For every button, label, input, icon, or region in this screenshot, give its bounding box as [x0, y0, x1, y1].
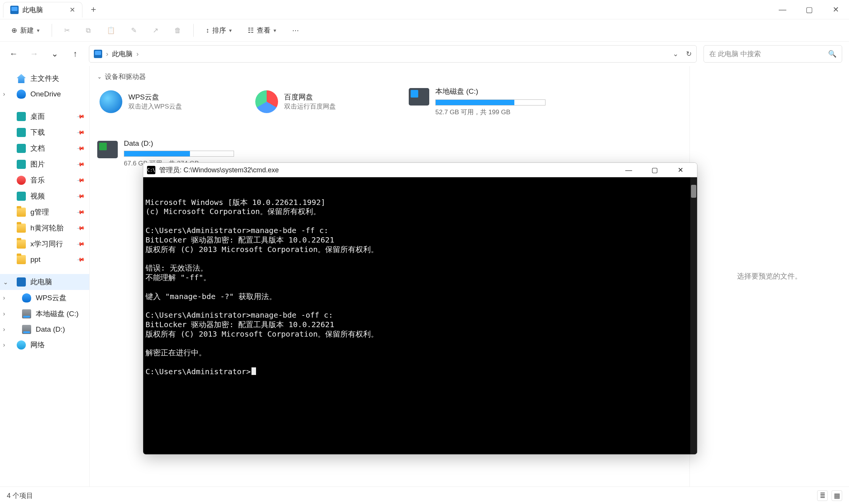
pin-icon: 📌: [76, 224, 85, 232]
pin-icon: 📌: [76, 192, 85, 200]
expand-icon[interactable]: ›: [3, 91, 11, 98]
sidebar-item-videos[interactable]: 视频📌: [0, 188, 89, 204]
section-devices[interactable]: ⌄ 设备和驱动器: [97, 69, 682, 87]
paste-button[interactable]: 📋: [103, 23, 119, 38]
up-button[interactable]: ↑: [68, 47, 82, 61]
pc-icon: [10, 6, 19, 14]
cmd-icon: C:\: [147, 166, 155, 174]
new-tab-button[interactable]: +: [88, 4, 99, 15]
tile-subtitle: 双击运行百度网盘: [284, 102, 336, 111]
sidebar-item-onedrive[interactable]: ›OneDrive: [0, 87, 89, 102]
pin-icon: 📌: [76, 144, 85, 153]
forward-button[interactable]: →: [27, 47, 41, 61]
sidebar-item-desktop[interactable]: 桌面📌: [0, 109, 89, 124]
cmd-body[interactable]: Microsoft Windows [版本 10.0.22621.1992] (…: [143, 177, 697, 454]
cmd-minimize-button[interactable]: —: [616, 163, 642, 177]
cmd-scrollbar[interactable]: [690, 177, 697, 454]
sidebar-item-downloads[interactable]: 下载📌: [0, 124, 89, 140]
home-icon: [17, 74, 26, 83]
chevron-down-icon: ▾: [229, 27, 232, 33]
expand-icon[interactable]: ›: [3, 326, 11, 333]
rename-button[interactable]: ✎: [127, 23, 141, 38]
cmd-titlebar[interactable]: C:\ 管理员: C:\Windows\system32\cmd.exe — ▢…: [143, 163, 697, 177]
cut-button[interactable]: ✂: [60, 23, 74, 38]
sidebar-item-network[interactable]: ›网络: [0, 337, 89, 353]
view-toggles: ≣ ▦: [817, 490, 842, 501]
drive-label: Data (D:): [124, 139, 234, 148]
sidebar-label: 此电脑: [30, 277, 52, 287]
close-button[interactable]: ✕: [822, 0, 849, 19]
more-button[interactable]: ⋯: [288, 23, 303, 38]
sort-button[interactable]: ↕ 排序 ▾: [202, 23, 236, 38]
sidebar-item-cdrive[interactable]: ›本地磁盘 (C:): [0, 306, 89, 322]
status-count: 4 个项目: [7, 491, 33, 500]
usage-bar-fill: [124, 151, 190, 156]
copy-button[interactable]: ⧉: [82, 24, 95, 38]
sidebar-item-x[interactable]: x学习同行📌: [0, 236, 89, 252]
expand-icon[interactable]: ›: [3, 310, 11, 317]
tile-title: WPS云盘: [128, 92, 182, 102]
refresh-button[interactable]: ↻: [686, 50, 692, 58]
maximize-button[interactable]: ▢: [796, 0, 822, 19]
sidebar-label: 主文件夹: [30, 74, 59, 83]
tab-this-pc[interactable]: 此电脑 ✕: [3, 2, 82, 17]
sidebar-item-h[interactable]: h黄河轮胎📌: [0, 220, 89, 236]
sidebar-item-documents[interactable]: 文档📌: [0, 140, 89, 156]
scrollbar-thumb[interactable]: [691, 185, 696, 198]
pin-icon: 📌: [76, 112, 85, 121]
divider: [52, 24, 52, 37]
tile-wps[interactable]: WPS云盘 双击进入WPS云盘: [97, 87, 230, 117]
section-label: 设备和驱动器: [105, 72, 146, 81]
address-dropdown[interactable]: ⌄: [673, 50, 678, 58]
new-button[interactable]: ⊕ 新建 ▾: [8, 23, 43, 38]
sidebar-label: Data (D:): [36, 325, 65, 334]
expand-icon[interactable]: ⌄: [3, 279, 11, 286]
sidebar-item-ppt[interactable]: ppt📌: [0, 252, 89, 267]
sort-icon: ↕: [206, 27, 209, 35]
minimize-button[interactable]: —: [769, 0, 796, 19]
tile-drive-c[interactable]: 本地磁盘 (C:) 52.7 GB 可用，共 199 GB: [409, 87, 549, 117]
tab-close-icon[interactable]: ✕: [70, 6, 75, 14]
view-button[interactable]: ☷ 查看 ▾: [244, 23, 280, 38]
cmd-title-text: 管理员: C:\Windows\system32\cmd.exe: [159, 165, 279, 175]
tile-baidu[interactable]: 百度网盘 双击运行百度网盘: [253, 87, 386, 117]
recent-button[interactable]: ⌄: [48, 47, 62, 61]
sidebar-item-home[interactable]: 主文件夹: [0, 71, 89, 87]
breadcrumb-this-pc[interactable]: 此电脑: [112, 49, 133, 58]
expand-icon[interactable]: ›: [3, 342, 11, 348]
sidebar-label: 下载: [30, 128, 45, 137]
delete-icon: 🗑: [174, 27, 181, 35]
address-bar[interactable]: › 此电脑 › ⌄ ↻: [89, 45, 697, 63]
drive-label: 本地磁盘 (C:): [435, 87, 545, 96]
sidebar-item-ddrive[interactable]: ›Data (D:): [0, 322, 89, 337]
desktop-icon: [17, 112, 26, 121]
sidebar-item-music[interactable]: 音乐📌: [0, 172, 89, 188]
divider: [193, 24, 194, 37]
new-label: 新建: [20, 26, 34, 35]
back-button[interactable]: ←: [7, 47, 21, 61]
search-box[interactable]: 在 此电脑 中搜索 🔍: [704, 45, 842, 63]
delete-button[interactable]: 🗑: [171, 24, 185, 38]
pin-icon: 📌: [76, 239, 85, 248]
sidebar-item-wps[interactable]: ›WPS云盘: [0, 290, 89, 306]
drive-meta: 52.7 GB 可用，共 199 GB: [435, 108, 545, 117]
sidebar-item-pictures[interactable]: 图片📌: [0, 156, 89, 172]
preview-pane: 选择要预览的文件。: [689, 66, 849, 487]
copy-icon: ⧉: [86, 27, 91, 35]
sidebar-item-this-pc[interactable]: ⌄此电脑: [0, 274, 89, 290]
sidebar-item-g[interactable]: g管理📌: [0, 204, 89, 220]
chevron-right-icon: ›: [106, 50, 108, 58]
expand-icon[interactable]: ›: [3, 295, 11, 301]
videos-icon: [17, 192, 26, 201]
folder-icon: [17, 224, 26, 233]
sidebar-label: 音乐: [30, 175, 45, 185]
view-icons-button[interactable]: ▦: [832, 490, 842, 501]
pin-icon: 📌: [76, 208, 85, 216]
cmd-close-button[interactable]: ✕: [667, 163, 693, 177]
view-details-button[interactable]: ≣: [817, 490, 828, 501]
cmd-maximize-button[interactable]: ▢: [642, 163, 667, 177]
drive-icon: [97, 141, 118, 158]
folder-icon: [17, 239, 26, 249]
drive-grid: WPS云盘 双击进入WPS云盘 百度网盘 双击运行百度网盘: [97, 87, 682, 168]
share-button[interactable]: ↗: [149, 23, 162, 38]
